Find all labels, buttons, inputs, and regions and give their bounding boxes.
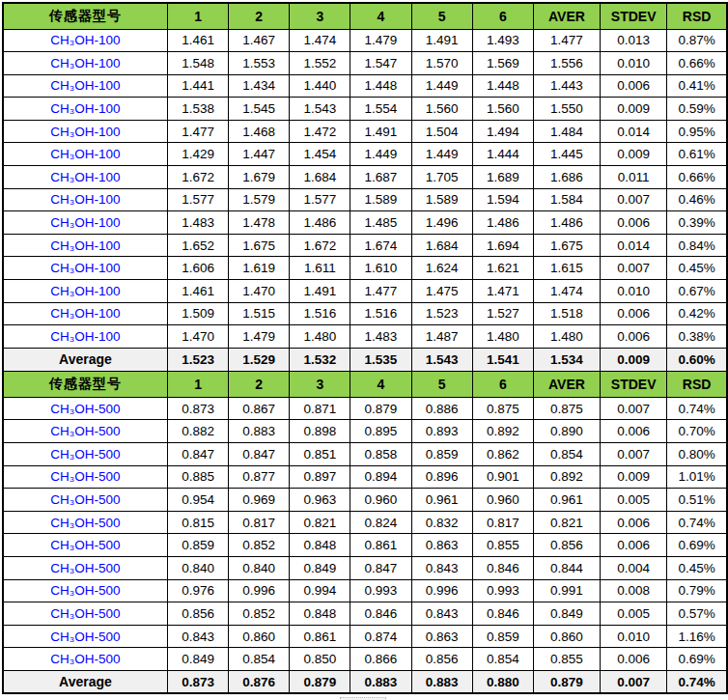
value-cell: 0.59% xyxy=(667,98,727,121)
column-header: 2 xyxy=(229,3,290,29)
value-cell: 0.954 xyxy=(167,489,228,512)
value-cell: 1.518 xyxy=(533,302,600,325)
value-cell: 0.006 xyxy=(601,534,667,557)
value-cell: 1.523 xyxy=(411,302,472,325)
value-cell: 1.491 xyxy=(290,280,350,303)
value-cell: 1.483 xyxy=(350,325,411,349)
value-cell: 0.41% xyxy=(667,74,727,98)
value-cell: 1.486 xyxy=(533,211,600,235)
value-cell: 0.006 xyxy=(601,648,667,671)
value-cell: 0.963 xyxy=(290,489,350,512)
value-cell: 0.892 xyxy=(472,420,533,443)
value-cell: 0.57% xyxy=(667,602,727,626)
average-value-cell: 0.876 xyxy=(229,670,290,693)
sensor-model-label: CH₃OH-100 xyxy=(3,188,167,211)
value-cell: 0.855 xyxy=(533,648,600,671)
value-cell: 0.46% xyxy=(667,188,727,211)
table-row: CH₃OH-1001.6721.6791.6841.6871.7051.6891… xyxy=(3,166,727,189)
sensor-model-label: CH₃OH-100 xyxy=(3,143,167,166)
value-cell: 0.014 xyxy=(601,120,667,143)
value-cell: 0.010 xyxy=(601,52,667,75)
value-cell: 1.538 xyxy=(167,98,228,121)
value-cell: 0.79% xyxy=(667,579,727,602)
value-cell: 0.862 xyxy=(472,443,533,466)
column-header: 6 xyxy=(472,3,533,29)
table-row: CH₃OH-5000.8400.8400.8490.8470.8430.8460… xyxy=(3,556,727,579)
sensor-model-label: CH₃OH-500 xyxy=(3,648,167,671)
spreadsheet-area: 传感器型号123456AVERSTDEVRSDCH₃OH-1001.4611.4… xyxy=(0,2,728,700)
value-cell: 1.434 xyxy=(229,74,290,98)
value-cell: 0.994 xyxy=(290,579,350,602)
value-cell: 0.860 xyxy=(533,625,600,648)
value-cell: 1.619 xyxy=(229,257,290,280)
value-cell: 1.570 xyxy=(411,52,472,75)
value-cell: 0.67% xyxy=(667,280,727,303)
value-cell: 1.610 xyxy=(350,257,411,280)
sensor-repeatability-table: 传感器型号123456AVERSTDEVRSDCH₃OH-1001.4611.4… xyxy=(2,2,728,694)
value-cell: 1.579 xyxy=(229,188,290,211)
value-cell: 0.74% xyxy=(667,397,727,420)
average-label: Average xyxy=(3,670,167,693)
value-cell: 1.504 xyxy=(411,120,472,143)
value-cell: 0.859 xyxy=(411,443,472,466)
column-header: 3 xyxy=(290,371,350,397)
value-cell: 1.478 xyxy=(229,211,290,235)
value-cell: 0.846 xyxy=(472,602,533,626)
value-cell: 1.475 xyxy=(411,280,472,303)
value-cell: 0.009 xyxy=(601,465,667,489)
value-cell: 1.554 xyxy=(350,98,411,121)
value-cell: 1.577 xyxy=(290,188,350,211)
value-cell: 0.45% xyxy=(667,556,727,579)
sensor-model-label: CH₃OH-500 xyxy=(3,579,167,602)
value-cell: 1.527 xyxy=(472,302,533,325)
value-cell: 0.847 xyxy=(350,556,411,579)
value-cell: 0.892 xyxy=(533,465,600,489)
value-cell: 1.689 xyxy=(472,166,533,189)
value-cell: 0.875 xyxy=(533,397,600,420)
value-cell: 0.846 xyxy=(472,556,533,579)
value-cell: 1.493 xyxy=(472,29,533,52)
value-cell: 0.821 xyxy=(533,511,600,534)
value-cell: 1.543 xyxy=(290,98,350,121)
value-cell: 1.548 xyxy=(167,52,228,75)
value-cell: 0.882 xyxy=(167,420,228,443)
value-cell: 1.449 xyxy=(411,74,472,98)
value-cell: 0.859 xyxy=(167,534,228,557)
value-cell: 0.007 xyxy=(601,443,667,466)
value-cell: 1.479 xyxy=(229,325,290,349)
value-cell: 0.856 xyxy=(533,534,600,557)
column-header: STDEV xyxy=(601,3,667,29)
sensor-model-label: CH₃OH-100 xyxy=(3,302,167,325)
value-cell: 1.687 xyxy=(350,166,411,189)
column-header: RSD xyxy=(667,371,727,397)
average-value-cell: 1.523 xyxy=(167,348,228,371)
value-cell: 0.893 xyxy=(411,420,472,443)
value-cell: 1.621 xyxy=(472,257,533,280)
column-header: 2 xyxy=(229,371,290,397)
value-cell: 0.960 xyxy=(472,489,533,512)
value-cell: 1.560 xyxy=(411,98,472,121)
value-cell: 0.895 xyxy=(350,420,411,443)
value-cell: 0.006 xyxy=(601,302,667,325)
value-cell: 0.84% xyxy=(667,234,727,257)
value-cell: 0.885 xyxy=(167,465,228,489)
sensor-model-label: CH₃OH-100 xyxy=(3,257,167,280)
value-cell: 1.705 xyxy=(411,166,472,189)
table-row: CH₃OH-1001.4611.4671.4741.4791.4911.4931… xyxy=(3,29,727,52)
value-cell: 0.847 xyxy=(229,443,290,466)
value-cell: 0.005 xyxy=(601,489,667,512)
value-cell: 1.672 xyxy=(290,234,350,257)
value-cell: 1.652 xyxy=(167,234,228,257)
average-row: Average1.5231.5291.5321.5351.5431.5411.5… xyxy=(3,348,727,371)
value-cell: 0.006 xyxy=(601,74,667,98)
column-header-sensor-model: 传感器型号 xyxy=(3,3,167,29)
value-cell: 0.849 xyxy=(290,556,350,579)
sensor-model-label: CH₃OH-100 xyxy=(3,74,167,98)
value-cell: 0.95% xyxy=(667,120,727,143)
value-cell: 1.674 xyxy=(350,234,411,257)
value-cell: 0.855 xyxy=(472,534,533,557)
table-row: CH₃OH-1001.5381.5451.5431.5541.5601.5601… xyxy=(3,98,727,121)
sensor-model-label: CH₃OH-500 xyxy=(3,420,167,443)
value-cell: 0.852 xyxy=(229,534,290,557)
value-cell: 1.553 xyxy=(229,52,290,75)
